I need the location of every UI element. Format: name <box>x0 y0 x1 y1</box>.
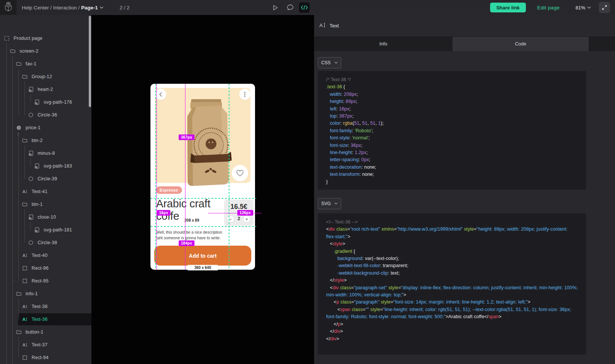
tree-item-fav-1[interactable]: fav-1 <box>0 57 91 70</box>
code-line: .gradient { <box>326 248 578 255</box>
layers-sidebar: Product pagescreen-2fav-1Group-12heart-2… <box>0 15 91 364</box>
code-line: -webkit-text-fill-color: transparent; <box>326 262 578 269</box>
comment-button[interactable] <box>285 2 295 13</box>
app-logo[interactable] <box>0 0 17 15</box>
selection-size-label: 208 x 89 <box>175 218 209 222</box>
layer-name: Rect-94 <box>32 355 49 360</box>
tree-item-svg-path-183[interactable]: svg-path-183 <box>0 160 91 172</box>
code-panel-toggle-button[interactable] <box>299 2 310 13</box>
svg-file-icon <box>34 227 40 233</box>
svg-file-icon <box>28 86 34 92</box>
code-line: height: 89px; <box>326 98 578 105</box>
code-line: letter-spacing: 0px; <box>326 156 578 163</box>
tree-item-btn-1[interactable]: btn-1 <box>0 198 91 211</box>
code-line: color: rgba(51, 51, 51, 1); <box>326 120 578 127</box>
layer-name: Text-40 <box>32 253 47 258</box>
layer-name: minus-8 <box>38 151 55 156</box>
edit-page-link[interactable]: Edit page <box>537 0 560 15</box>
tree-item-btn-2[interactable]: btn-2 <box>0 134 91 147</box>
fullscreen-expand-icon <box>602 5 607 10</box>
zoom-level-control[interactable]: 81% <box>576 0 591 15</box>
code-line: </style> <box>326 277 578 284</box>
tree-item-circle-39[interactable]: Circle-39 <box>0 172 91 185</box>
tree-item-heart-2[interactable]: heart-2 <box>0 83 91 96</box>
code-line: font-size: 36px; <box>326 142 578 149</box>
layer-name: Circle-39 <box>38 176 57 181</box>
tab-code[interactable]: Code <box>453 37 589 51</box>
code-line: line-height: 1.2px; <box>326 149 578 156</box>
code-icon <box>301 5 308 10</box>
tree-elbow-connector <box>13 281 15 281</box>
tree-item-text-37[interactable]: AText-37 <box>0 338 91 351</box>
tree-item-rect-96[interactable]: Rect-96 <box>0 262 91 275</box>
code-line: width: 208px; <box>326 91 578 98</box>
layer-name: Rect-95 <box>32 278 49 284</box>
code-line: top: 367px; <box>326 113 578 120</box>
folder-icon <box>22 201 28 207</box>
tree-item-text-36[interactable]: AText-36 <box>0 313 91 326</box>
tree-item-price-1[interactable]: price-1 <box>0 121 91 134</box>
code-line: </p> <box>326 321 578 328</box>
chevron-down-icon <box>100 6 103 9</box>
tree-item-screen-2[interactable]: screen-2 <box>0 45 91 57</box>
tree-guide-line <box>30 222 31 230</box>
layer-name: svg-path-181 <box>44 227 72 233</box>
tree-guide-line <box>30 158 31 166</box>
layer-name: price-1 <box>26 125 41 130</box>
play-icon <box>273 5 278 11</box>
measure-label-top: 367px <box>179 134 194 140</box>
tree-item-svg-path-176[interactable]: svg-path-176 <box>0 96 91 109</box>
play-button[interactable] <box>270 2 281 13</box>
tree-item-text-40[interactable]: AText-40 <box>0 249 91 262</box>
tree-item-group-12[interactable]: Group-12 <box>0 70 91 83</box>
tree-item-rect-94[interactable]: Rect-94 <box>0 351 91 364</box>
rect-shape-icon <box>22 355 28 361</box>
measure-label-price: 136px <box>237 210 253 216</box>
quantity-increase-button[interactable]: + <box>243 215 251 223</box>
breadcrumb[interactable]: Help Center / Interaction / Page-1 <box>22 0 103 15</box>
svg-file-icon <box>34 99 40 105</box>
tree-item-close-10[interactable]: close-10 <box>0 211 91 224</box>
more-options-button[interactable] <box>239 89 251 100</box>
tab-info[interactable]: Info <box>314 37 453 51</box>
sidebar-scrollbar[interactable] <box>89 16 91 107</box>
tree-item-text-38[interactable]: AText-38 <box>0 300 91 313</box>
tree-item-info-1[interactable]: info-1 <box>0 287 91 300</box>
share-link-button[interactable]: Share link <box>490 3 526 12</box>
code-line: left: 16px; <box>326 106 578 113</box>
tree-item-circle-38[interactable]: Circle-38 <box>0 236 91 249</box>
code-line: <div class="paragraph-set" style="displa… <box>326 284 578 299</box>
code-line: <p class="paragraph" style="font-size: 1… <box>326 299 578 306</box>
add-to-cart-button[interactable]: Add to cart <box>154 246 251 266</box>
guide-magenta-vertical-left <box>156 84 157 270</box>
fullscreen-button[interactable] <box>599 2 610 13</box>
svg-text:A: A <box>23 253 26 258</box>
guide-dashed-horizontal-top <box>150 198 256 199</box>
rect-shape-icon <box>22 278 28 284</box>
folder-icon <box>16 61 22 67</box>
svg-language-select[interactable]: SVG <box>318 198 341 209</box>
svg-text:A: A <box>319 23 323 28</box>
text-layer-icon: A <box>22 316 28 322</box>
layer-name: Circle-38 <box>38 240 57 245</box>
tab-bar-filler <box>589 37 615 51</box>
chevron-down-icon <box>587 6 591 9</box>
tree-item-svg-path-181[interactable]: svg-path-181 <box>0 224 91 236</box>
tree-item-button-1[interactable]: button-1 <box>0 326 91 338</box>
favorite-button[interactable] <box>232 165 248 181</box>
css-language-select[interactable]: CSS <box>318 57 341 68</box>
tree-item-circle-36[interactable]: Circle-36 <box>0 109 91 121</box>
product-tag-badge: Expresso <box>156 186 182 194</box>
tree-item-product page[interactable]: Product page <box>0 32 91 45</box>
tree-guide-line <box>18 337 19 358</box>
tree-item-minus-8[interactable]: minus-8 <box>0 147 91 160</box>
circle-shape-icon <box>28 112 34 118</box>
tree-item-text-41[interactable]: AText-41 <box>0 185 91 198</box>
svg-text:A: A <box>23 317 26 322</box>
text-layer-icon: A <box>22 342 28 348</box>
code-line: /* Text-36 */ <box>326 76 578 83</box>
svg-file-icon <box>28 214 34 220</box>
circle-shape-icon <box>28 176 34 182</box>
folder-icon <box>16 291 22 297</box>
quantity-decrease-button[interactable]: − <box>227 215 234 223</box>
